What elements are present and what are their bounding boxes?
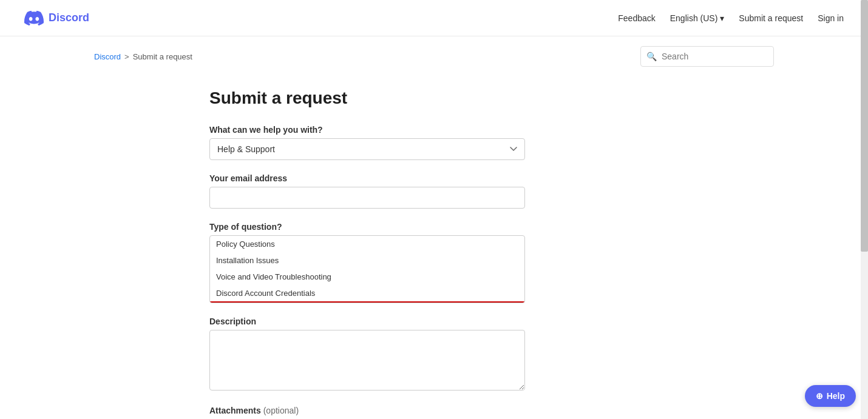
chevron-down-icon: ▾	[720, 13, 724, 23]
listbox-item-selected[interactable]: "Email is Already Registered" Error	[210, 301, 524, 303]
breadcrumb-current: Submit a request	[133, 52, 192, 61]
description-label: Description	[209, 317, 659, 326]
help-button-label: Help	[827, 391, 845, 401]
breadcrumb: Discord > Submit a request	[94, 52, 192, 61]
email-label: Your email address	[209, 173, 659, 183]
nav-links: Feedback English (US) ▾ Submit a request…	[618, 13, 844, 23]
discord-logo[interactable]: Discord	[24, 8, 89, 28]
listbox-item[interactable]: Discord Account Credentials	[210, 285, 524, 301]
attachments-group: Attachments (optional) Add file or drop …	[209, 406, 659, 419]
attachments-optional: (optional)	[263, 406, 299, 415]
feedback-link[interactable]: Feedback	[618, 13, 655, 23]
description-group: Description	[209, 317, 659, 392]
language-label: English (US)	[670, 13, 718, 23]
attachments-label-text: Attachments	[209, 406, 261, 415]
email-input[interactable]	[209, 187, 525, 209]
navigation: Discord Feedback English (US) ▾ Submit a…	[0, 0, 868, 36]
help-type-group: What can we help you with? Help & Suppor…	[209, 125, 659, 160]
help-type-label: What can we help you with?	[209, 125, 659, 135]
language-selector[interactable]: English (US) ▾	[670, 13, 725, 23]
discord-icon	[24, 8, 44, 28]
search-container: 🔍	[640, 46, 774, 67]
question-type-label: Type of question?	[209, 222, 659, 232]
page-title: Submit a request	[209, 89, 659, 108]
breadcrumb-separator: >	[124, 52, 129, 61]
submit-request-nav-link[interactable]: Submit a request	[739, 13, 803, 23]
main-content: Submit a request What can we help you wi…	[185, 76, 683, 419]
signin-link[interactable]: Sign in	[818, 13, 844, 23]
email-group: Your email address	[209, 173, 659, 209]
listbox-item[interactable]: Installation Issues	[210, 252, 524, 269]
listbox-item[interactable]: Policy Questions	[210, 236, 524, 252]
question-type-group: Type of question? Policy Questions Insta…	[209, 222, 659, 303]
help-button[interactable]: ⊕ Help	[805, 385, 856, 407]
question-type-listbox[interactable]: Policy Questions Installation Issues Voi…	[210, 236, 524, 303]
breadcrumb-home[interactable]: Discord	[94, 52, 121, 61]
help-type-select[interactable]: Help & Support Trust & Safety Billing	[209, 138, 525, 160]
breadcrumb-bar: Discord > Submit a request 🔍	[70, 36, 798, 76]
listbox-item[interactable]: Voice and Video Troubleshooting	[210, 269, 524, 285]
page-scrollbar[interactable]	[861, 0, 868, 419]
search-icon: 🔍	[646, 52, 657, 61]
question-type-listbox-wrapper: Policy Questions Installation Issues Voi…	[209, 235, 525, 303]
attachments-label: Attachments (optional)	[209, 406, 659, 415]
help-circle-icon: ⊕	[816, 391, 823, 401]
scrollbar-thumb[interactable]	[861, 0, 868, 252]
search-input[interactable]	[640, 46, 774, 67]
logo-text: Discord	[49, 12, 89, 24]
description-textarea[interactable]	[209, 330, 525, 391]
